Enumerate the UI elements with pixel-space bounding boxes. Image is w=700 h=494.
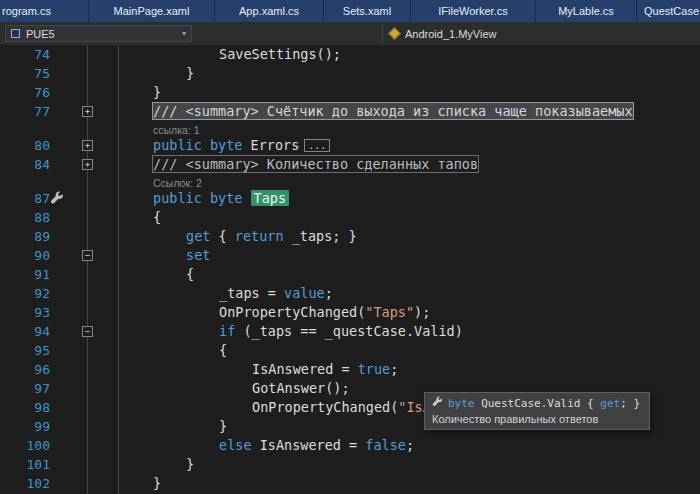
code-token: public byte: [153, 137, 251, 153]
code-text: _taps = value;: [219, 284, 333, 303]
tab-mylable-cs[interactable]: MyLable.cs: [536, 0, 637, 22]
line-number[interactable]: 74: [0, 45, 50, 64]
wrench-icon: [432, 396, 443, 410]
tab-rogram-cs[interactable]: rogram.cs: [0, 0, 89, 22]
tab-label: QuestCase.c: [644, 5, 700, 17]
code-text: {: [186, 265, 194, 284]
type-dropdown[interactable]: Android_1.MyView: [386, 25, 501, 42]
code-line[interactable]: 89get { return _taps; }: [0, 227, 700, 246]
code-line[interactable]: 75}: [0, 64, 700, 83]
code-token: _taps =: [219, 285, 284, 301]
fold-collapse-icon[interactable]: −: [82, 326, 93, 337]
line-number[interactable]: 95: [0, 341, 50, 360]
code-line[interactable]: 90−set: [0, 246, 700, 265]
code-token: if: [219, 323, 235, 339]
code-line[interactable]: 93OnPropertyChanged("Taps");: [0, 303, 700, 322]
code-line[interactable]: 88{: [0, 208, 700, 227]
code-token: public byte: [153, 190, 251, 206]
code-token: ;: [325, 285, 333, 301]
line-number[interactable]: 77: [0, 102, 50, 121]
codelens-row: ссылка: 1: [0, 121, 700, 136]
code-text: public byte Taps: [153, 189, 289, 208]
code-token: {: [153, 209, 161, 225]
code-token: GotAnswer();: [252, 380, 350, 396]
line-number[interactable]: 91: [0, 265, 50, 284]
code-text: else IsAnswered = false;: [219, 436, 414, 455]
line-number[interactable]: 80: [0, 136, 50, 155]
type-dropdown-label: Android_1.MyView: [405, 28, 497, 40]
code-token: OnPropertyChanged(: [252, 399, 398, 415]
line-number[interactable]: 88: [0, 208, 50, 227]
line-number[interactable]: 101: [0, 455, 50, 474]
line-number[interactable]: 98: [0, 398, 50, 417]
fold-expand-icon[interactable]: +: [82, 106, 93, 117]
line-number[interactable]: 97: [0, 379, 50, 398]
code-token: }: [186, 456, 194, 472]
code-line[interactable]: 101}: [0, 455, 700, 474]
code-token: IsAnswered =: [252, 437, 366, 453]
tab-sets-xaml[interactable]: Sets.xaml: [324, 0, 411, 22]
code-line[interactable]: 95{: [0, 341, 700, 360]
class-icon: [388, 27, 401, 40]
tab-bar: rogram.csMainPage.xamlApp.xaml.csSets.xa…: [0, 0, 700, 22]
code-line[interactable]: 92_taps = value;: [0, 284, 700, 303]
code-text: IsAnswered = true;: [252, 360, 398, 379]
fold-collapse-icon[interactable]: −: [82, 250, 93, 261]
code-token: OnPropertyChanged(: [219, 304, 365, 320]
code-line[interactable]: 100else IsAnswered = false;: [0, 436, 700, 455]
code-line[interactable]: 76}: [0, 83, 700, 102]
code-line[interactable]: 102}: [0, 474, 700, 493]
code-line[interactable]: 91{: [0, 265, 700, 284]
code-text: SaveSettings();: [219, 45, 341, 64]
line-number[interactable]: 76: [0, 83, 50, 102]
line-number[interactable]: 100: [0, 436, 50, 455]
tab-ifileworker-cs[interactable]: IFileWorker.cs: [411, 0, 536, 22]
code-line[interactable]: 87public byte Taps: [0, 189, 700, 208]
code-token: set: [186, 247, 210, 263]
tooltip-description: Количество правильных ответов: [432, 413, 640, 425]
line-number[interactable]: 90: [0, 246, 50, 265]
line-number[interactable]: 93: [0, 303, 50, 322]
code-text: {: [219, 341, 227, 360]
line-number[interactable]: 96: [0, 360, 50, 379]
code-line[interactable]: 80+public byte Errors...: [0, 136, 700, 155]
code-token: _taps; }: [284, 228, 357, 244]
line-number[interactable]: 94: [0, 322, 50, 341]
line-number[interactable]: 92: [0, 284, 50, 303]
code-line[interactable]: 96IsAnswered = true;: [0, 360, 700, 379]
tooltip-signature: byte QuestCase.Valid { get; }: [448, 397, 640, 410]
code-token: }: [219, 418, 227, 434]
code-token: get: [600, 397, 620, 410]
tab-mainpage-xaml[interactable]: MainPage.xaml: [89, 0, 215, 22]
code-token: }: [153, 84, 161, 100]
code-line[interactable]: 74SaveSettings();: [0, 45, 700, 64]
tooltip-signature-line: byte QuestCase.Valid { get; }: [432, 396, 640, 410]
code-token: value: [284, 285, 325, 301]
tab-app-xaml-cs[interactable]: App.xaml.cs: [215, 0, 324, 22]
code-token: Errors: [251, 137, 300, 153]
fold-expand-icon[interactable]: +: [82, 159, 93, 170]
quick-actions-wrench-icon[interactable]: [50, 191, 64, 210]
tab-label: IFileWorker.cs: [438, 5, 507, 17]
code-token: ; }: [620, 397, 640, 410]
line-number[interactable]: 99: [0, 417, 50, 436]
tab-questcase-c[interactable]: QuestCase.c: [637, 0, 700, 22]
line-number[interactable]: 102: [0, 474, 50, 493]
code-line[interactable]: 94−if (_taps == _questCase.Valid): [0, 322, 700, 341]
line-number[interactable]: 84: [0, 155, 50, 174]
code-token: else: [219, 437, 252, 453]
code-token: ...: [304, 139, 330, 152]
project-dropdown[interactable]: PUE5 ▾: [5, 25, 192, 42]
code-token: IsAnswered =: [252, 361, 358, 377]
navigation-bar: PUE5 ▾ Android_1.MyView: [0, 22, 700, 45]
line-number[interactable]: 75: [0, 64, 50, 83]
fold-expand-icon[interactable]: +: [82, 140, 93, 151]
tab-label: App.xaml.cs: [239, 5, 299, 17]
code-token: SaveSettings();: [219, 46, 341, 62]
code-token: /// <summary> Счётчик до выхода из списк…: [153, 103, 633, 119]
line-number[interactable]: 87: [0, 189, 50, 208]
code-line[interactable]: 77+/// <summary> Счётчик до выхода из сп…: [0, 102, 700, 121]
line-number[interactable]: 89: [0, 227, 50, 246]
code-line[interactable]: 84+/// <summary> Количество сделанных та…: [0, 155, 700, 174]
code-token: }: [186, 65, 194, 81]
